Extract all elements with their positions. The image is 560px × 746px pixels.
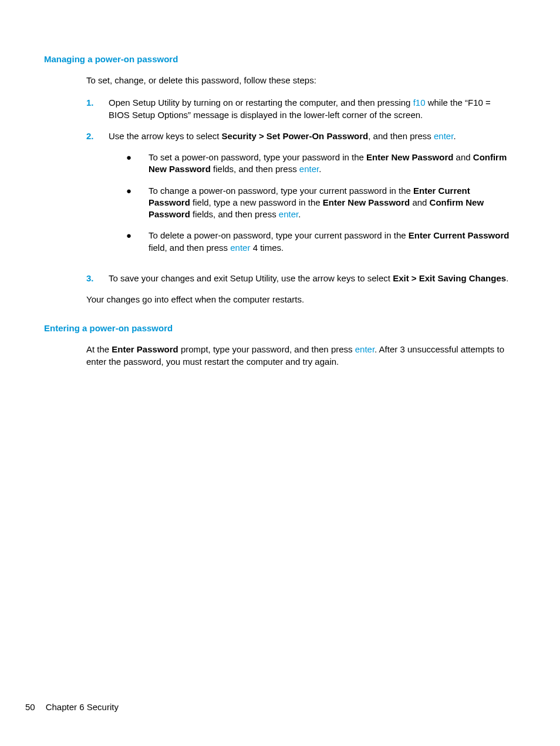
key-enter: enter [279, 209, 298, 219]
sub-item-set: ● To set a power-on password, type your … [126, 152, 513, 176]
heading-entering: Entering a power-on password [44, 323, 513, 333]
sub-content: To delete a power-on password, type your… [149, 230, 513, 254]
bold-text: Enter New Password [323, 197, 410, 207]
text: To change a power-on password, type your… [149, 186, 413, 196]
step-content: Use the arrow keys to select Security > … [109, 130, 513, 263]
bullet-icon: ● [126, 152, 149, 176]
chapter-label: Chapter 6 Security [46, 702, 119, 712]
page-number: 50 [25, 702, 35, 712]
sub-item-delete: ● To delete a power-on password, type yo… [126, 230, 513, 254]
key-enter: enter [299, 164, 319, 174]
sub-list: ● To set a power-on password, type your … [109, 152, 513, 254]
steps-list: 1. Open Setup Utility by turning on or r… [86, 97, 513, 284]
bold-text: Exit > Exit Saving Changes [393, 273, 506, 283]
intro-text: To set, change, or delete this password,… [86, 75, 513, 86]
step-number: 3. [86, 273, 109, 284]
text: To set a power-on password, type your pa… [149, 152, 366, 162]
step-content: Open Setup Utility by turning on or rest… [109, 97, 513, 121]
closing-text: Your changes go into effect when the com… [86, 294, 513, 305]
text: and [453, 152, 473, 162]
text: At the [86, 344, 112, 354]
text: . [453, 131, 456, 141]
step-content: To save your changes and exit Setup Util… [109, 273, 513, 284]
text: . [319, 164, 321, 174]
sub-content: To change a power-on password, type your… [149, 185, 513, 221]
bold-text: Enter New Password [366, 152, 453, 162]
key-enter: enter [230, 243, 250, 253]
text: prompt, type your password, and then pre… [178, 344, 355, 354]
text: . [298, 209, 301, 219]
sub-content: To set a power-on password, type your pa… [149, 152, 513, 176]
bold-text: Enter Current Password [409, 230, 510, 240]
entering-paragraph: At the Enter Password prompt, type your … [86, 344, 513, 368]
text: fields, and then press [190, 209, 279, 219]
text: field, type a new password in the [190, 197, 323, 207]
step-number: 2. [86, 130, 109, 263]
text: 4 times. [250, 243, 284, 253]
text: fields, and then press [211, 164, 299, 174]
step-3: 3. To save your changes and exit Setup U… [86, 273, 513, 284]
key-enter: enter [434, 131, 453, 141]
step-2: 2. Use the arrow keys to select Security… [86, 130, 513, 263]
step-1: 1. Open Setup Utility by turning on or r… [86, 97, 513, 121]
bullet-icon: ● [126, 185, 149, 221]
page-footer: 50Chapter 6 Security [25, 702, 119, 712]
text: . [506, 273, 508, 283]
key-enter: enter [355, 344, 375, 354]
bold-text: Enter Password [112, 344, 178, 354]
page-content: Managing a power-on password To set, cha… [0, 0, 560, 414]
bullet-icon: ● [126, 230, 149, 254]
text: Use the arrow keys to select [109, 131, 222, 141]
heading-managing: Managing a power-on password [44, 54, 513, 64]
text: , and then press [368, 131, 434, 141]
text: Open Setup Utility by turning on or rest… [109, 98, 413, 107]
key-f10: f10 [413, 98, 426, 107]
text: To save your changes and exit Setup Util… [109, 273, 393, 283]
step-number: 1. [86, 97, 109, 121]
text: field, and then press [149, 243, 230, 253]
bold-text: Security > Set Power-On Password [222, 131, 369, 141]
sub-item-change: ● To change a power-on password, type yo… [126, 185, 513, 221]
text: To delete a power-on password, type your… [149, 230, 409, 240]
text: and [410, 197, 429, 207]
